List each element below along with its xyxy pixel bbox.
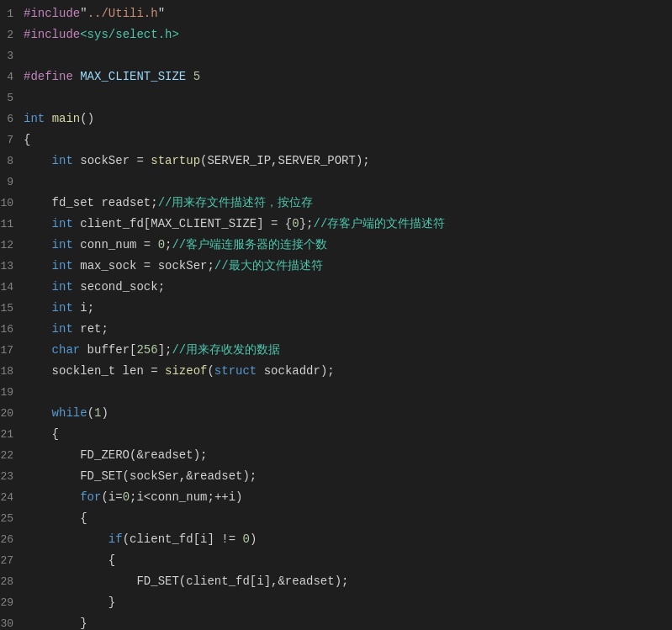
token-plain: client_fd[MAX_CLIENT_SIZE] = { (73, 217, 292, 230)
code-line: 19 (0, 382, 672, 403)
code-container: 1#include"../Utili.h"2#include<sys/selec… (0, 0, 672, 630)
token-plain (24, 490, 80, 504)
token-plain: { (24, 511, 87, 525)
code-line: 9 (0, 172, 672, 193)
token-plain (45, 112, 51, 125)
line-content: if(client_fd[i] != 0) (20, 529, 672, 549)
line-content: int conn_num = 0;//客户端连服务器的连接个数 (20, 235, 672, 255)
line-number: 3 (0, 46, 20, 66)
code-line: 25 { (0, 508, 672, 529)
line-number: 16 (0, 320, 20, 340)
line-content: } (20, 592, 672, 612)
line-content (20, 87, 672, 108)
code-line: 14 int second_sock; (0, 277, 672, 298)
line-number: 2 (0, 25, 20, 45)
token-comment: //用来存收发的数据 (172, 343, 280, 357)
token-macro: MAX_CLIENT_SIZE (80, 70, 186, 83)
token-plain (24, 343, 52, 357)
token-plain: ) (101, 406, 108, 420)
token-fn: sizeof (165, 364, 207, 378)
token-plain: } (24, 617, 87, 630)
code-line: 12 int conn_num = 0;//客户端连服务器的连接个数 (0, 235, 672, 256)
line-content: } (20, 613, 672, 630)
token-comment: //用来存文件描述符，按位存 (158, 196, 314, 209)
token-kw: int (52, 154, 73, 167)
line-number: 28 (0, 572, 20, 592)
line-content: socklen_t len = sizeof(struct sockaddr); (20, 361, 672, 381)
token-fn: main (52, 112, 81, 125)
line-number: 7 (0, 130, 20, 151)
line-number: 11 (0, 214, 20, 235)
code-line: 20 while(1) (0, 403, 672, 424)
token-num: 0 (242, 532, 249, 546)
token-plain: ]; (158, 343, 172, 357)
line-content: { (20, 508, 672, 528)
code-line: 21 { (0, 424, 672, 445)
line-number: 18 (0, 362, 20, 382)
token-num: 0 (158, 238, 165, 251)
line-content: for(i=0;i<conn_num;++i) (20, 487, 672, 507)
line-content: int sockSer = startup(SERVER_IP,SERVER_P… (20, 151, 672, 171)
token-kw: if (108, 532, 123, 546)
token-plain (24, 280, 52, 294)
line-content: #include"../Utili.h" (20, 3, 672, 24)
token-plain: " (158, 7, 165, 20)
code-line: 8 int sockSer = startup(SERVER_IP,SERVER… (0, 151, 672, 172)
token-plain (24, 322, 52, 336)
token-plain: fd_set readset; (24, 196, 158, 209)
line-content: #define MAX_CLIENT_SIZE 5 (20, 66, 672, 87)
token-plain: ( (207, 364, 214, 378)
token-plain: }; (299, 217, 314, 230)
token-kw: int (52, 301, 73, 315)
line-number: 14 (0, 278, 20, 298)
token-comment: //存客户端的文件描述符 (314, 217, 446, 230)
token-kw: while (52, 406, 87, 420)
line-number: 6 (0, 109, 20, 130)
code-line: 28 FD_SET(client_fd[i],&readset); (0, 571, 672, 592)
code-line: 26 if(client_fd[i] != 0) (0, 529, 672, 550)
token-plain: { (24, 553, 115, 567)
line-number: 8 (0, 151, 20, 172)
token-num: 5 (193, 70, 200, 83)
token-plain: " (80, 7, 87, 20)
code-line: 23 FD_SET(sockSer,&readset); (0, 466, 672, 487)
code-line: 4#define MAX_CLIENT_SIZE 5 (0, 66, 672, 87)
line-content: char buffer[256];//用来存收发的数据 (20, 340, 672, 360)
token-plain (24, 259, 52, 273)
line-content: int ret; (20, 319, 672, 339)
token-kw2: #define (24, 70, 73, 83)
token-plain: FD_SET(sockSer,&readset); (24, 469, 257, 483)
token-plain: (SERVER_IP,SERVER_PORT); (200, 154, 370, 167)
token-kw: int (52, 238, 73, 251)
line-number: 15 (0, 299, 20, 319)
line-content: int second_sock; (20, 277, 672, 297)
token-kw: int (52, 217, 73, 230)
line-content: int main() (20, 109, 672, 129)
token-plain: { (24, 427, 59, 441)
line-number: 22 (0, 446, 20, 466)
token-plain: { (24, 133, 30, 146)
token-kw: int (52, 259, 73, 273)
line-content: int i; (20, 298, 672, 318)
token-sys-inc: <sys/select.h> (80, 28, 179, 41)
line-number: 24 (0, 488, 20, 508)
token-plain: max_sock = sockSer; (73, 259, 214, 273)
line-content: #include<sys/select.h> (20, 24, 672, 45)
token-plain: (client_fd[i] != (123, 532, 243, 546)
token-fn: startup (151, 154, 200, 167)
token-plain: ret; (73, 322, 108, 336)
line-content: FD_SET(sockSer,&readset); (20, 466, 672, 486)
line-content: { (20, 130, 672, 150)
token-kw: int (52, 280, 73, 294)
line-number: 12 (0, 236, 20, 256)
token-kw: char (52, 343, 81, 357)
code-line: 11 int client_fd[MAX_CLIENT_SIZE] = {0};… (0, 214, 672, 235)
line-content: FD_ZERO(&readset); (20, 445, 672, 465)
line-number: 30 (0, 614, 20, 630)
token-plain (186, 70, 193, 83)
token-plain (24, 532, 108, 546)
token-num: 0 (123, 490, 130, 504)
token-plain (24, 406, 52, 420)
token-plain: buffer[ (80, 343, 136, 357)
code-line: 3 (0, 45, 672, 66)
